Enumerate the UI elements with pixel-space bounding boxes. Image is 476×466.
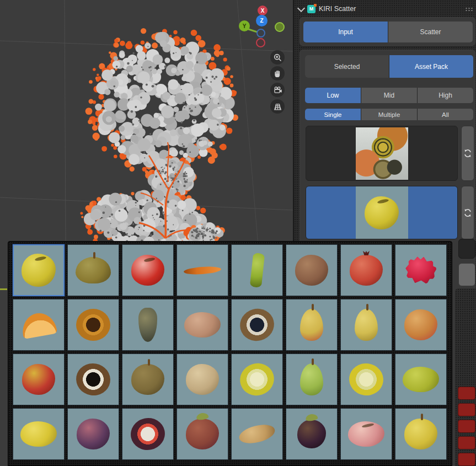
tab-multiple[interactable]: Multiple: [361, 109, 417, 120]
tab-asset-pack[interactable]: Asset Pack: [389, 55, 473, 78]
yellow-quince-thumbnail: [404, 419, 437, 449]
panel-header: M KIRI Scatter: [296, 3, 475, 14]
asset-dropdown-grid: [8, 241, 452, 466]
red-apple-thumbnail: [131, 255, 164, 286]
refresh-icon: [463, 149, 472, 158]
asset-item-cucumber[interactable]: [231, 244, 283, 296]
panel-button-gray[interactable]: [458, 263, 475, 286]
asset-item-coconut-half[interactable]: [67, 353, 119, 405]
butternut-upright-thumbnail: [138, 308, 157, 342]
asset-item-green-pear[interactable]: [286, 353, 338, 405]
asset-item-whole-coconut[interactable]: [177, 353, 228, 405]
asset-item-butternut-lying[interactable]: [231, 408, 283, 460]
open-coconut-thumbnail: [237, 305, 278, 345]
tab-scatter[interactable]: Scatter: [388, 22, 473, 42]
asset-item-red-mango[interactable]: [13, 353, 65, 405]
source-tab-group: Selected Asset Pack: [305, 55, 473, 78]
red-mango-thumbnail: [22, 364, 55, 395]
tab-low[interactable]: Low: [305, 88, 361, 103]
carrot-thumbnail: [184, 265, 222, 275]
count-tab-group: Single Multiple All: [305, 109, 473, 120]
small-pear-thumbnail: [300, 309, 323, 341]
viewport-marker-dash: [0, 288, 7, 290]
asset-item-plum[interactable]: [67, 408, 119, 460]
asset-item-mangosteen-open[interactable]: [122, 408, 174, 460]
main-tab-group: Input Scatter: [303, 22, 473, 42]
gizmo-y-axis[interactable]: Y: [239, 20, 250, 31]
gizmo-y-neg-axis[interactable]: [275, 22, 285, 32]
panel-button-dark[interactable]: [458, 239, 475, 259]
asset-row-lemon[interactable]: [306, 186, 458, 239]
asset-item-yellow-pear[interactable]: [340, 299, 392, 351]
tab-single[interactable]: Single: [305, 109, 361, 120]
asset-item-open-apricot[interactable]: [67, 299, 119, 351]
material-slot-5[interactable]: [458, 453, 475, 466]
kiri-logo-icon: M: [307, 5, 315, 13]
asset-item-lemon-lying[interactable]: [13, 408, 65, 460]
refresh-asset-1-button[interactable]: [461, 126, 474, 181]
asset-item-lemon-half-2[interactable]: [340, 353, 392, 405]
material-slot-list: [455, 288, 476, 466]
plum-thumbnail: [77, 419, 110, 449]
material-slot-1[interactable]: [458, 387, 475, 400]
tab-high[interactable]: High: [418, 88, 473, 103]
dragonfruit-thumbnail: [403, 254, 438, 287]
asset-item-yellow-quince[interactable]: [395, 408, 447, 460]
camera-icon: [273, 85, 282, 95]
mangosteen-open-thumbnail: [128, 415, 168, 453]
panel-drag-grip-icon[interactable]: [465, 7, 473, 11]
asset-item-kiwi[interactable]: [122, 353, 174, 405]
asset-item-lemon[interactable]: [13, 244, 65, 296]
material-slot-4[interactable]: [458, 436, 475, 449]
asset-item-sapodilla[interactable]: [286, 244, 338, 296]
gizmo-z-neg-axis[interactable]: [256, 29, 265, 38]
coconut-half-thumbnail: [73, 361, 113, 398]
asset-item-flat-peach[interactable]: [340, 408, 392, 460]
butternut-lying-thumbnail: [237, 421, 276, 446]
refresh-asset-2-button[interactable]: [461, 186, 474, 239]
tab-all[interactable]: All: [418, 109, 473, 120]
asset-item-lemon-half[interactable]: [231, 353, 283, 405]
asset-item-mangosteen-top[interactable]: [177, 408, 228, 460]
gizmo-x-axis[interactable]: X: [258, 6, 268, 15]
material-slot-3[interactable]: [458, 420, 475, 433]
asset-item-red-apple[interactable]: [122, 244, 174, 296]
collapse-chevron-icon[interactable]: [297, 4, 305, 12]
asset-item-green-pumpkin[interactable]: [67, 244, 119, 296]
asset-item-mangosteen-stem[interactable]: [286, 408, 338, 460]
lod-tab-group: Low Mid High: [305, 88, 473, 103]
asset-item-orange-slice[interactable]: [13, 299, 65, 351]
green-pear-thumbnail: [300, 363, 323, 395]
asset-item-dragonfruit[interactable]: [395, 244, 447, 296]
mangosteen-stem-thumbnail: [297, 420, 326, 448]
tab-input[interactable]: Input: [303, 22, 388, 42]
mango-thumbnail: [404, 309, 437, 340]
lemon-thumbnail: [22, 254, 56, 287]
perspective-toggle-button[interactable]: [270, 99, 285, 114]
material-slot-2[interactable]: [458, 403, 475, 416]
gizmo-z-axis[interactable]: Z: [256, 15, 268, 26]
pomegranate-thumbnail: [350, 255, 383, 286]
lemon-preview-blob: [365, 196, 399, 229]
asset-item-carrot[interactable]: [177, 244, 228, 296]
asset-item-potato[interactable]: [177, 299, 228, 351]
hand-icon: [273, 69, 282, 78]
asset-item-open-coconut[interactable]: [231, 299, 283, 351]
tab-selected[interactable]: Selected: [305, 55, 389, 78]
zoom-tool-button[interactable]: [270, 50, 285, 65]
main-tabs-box: Input Scatter: [299, 17, 475, 46]
camera-view-button[interactable]: [270, 83, 285, 97]
asset-item-small-pear[interactable]: [286, 299, 338, 351]
asset-item-pomegranate[interactable]: [340, 244, 392, 296]
asset-item-butternut-upright[interactable]: [122, 299, 174, 351]
asset-row-fruit-pack[interactable]: [306, 126, 458, 181]
panel-title: KIRI Scatter: [319, 5, 356, 13]
asset-item-green-lemon[interactable]: [395, 353, 447, 405]
flat-peach-thumbnail: [348, 421, 384, 447]
gizmo-x-neg-axis[interactable]: [256, 38, 265, 47]
tab-mid[interactable]: Mid: [361, 88, 417, 103]
asset-item-mango[interactable]: [395, 299, 447, 351]
pan-tool-button[interactable]: [270, 66, 285, 81]
orange-slice-thumbnail: [20, 310, 57, 339]
potato-thumbnail: [184, 312, 221, 338]
